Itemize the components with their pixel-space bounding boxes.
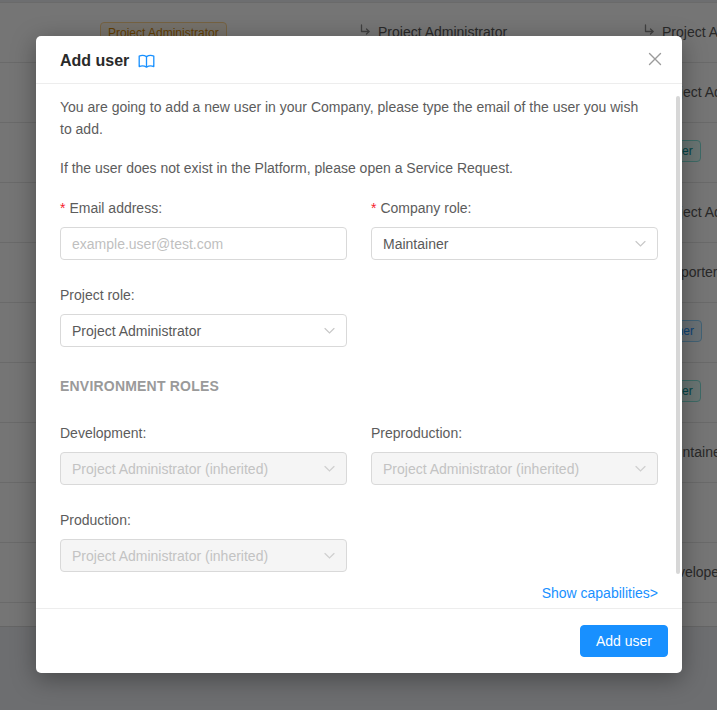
link-row: Show capabilities> bbox=[60, 584, 658, 602]
email-field-block: *Email address: bbox=[60, 201, 347, 260]
company-role-label: *Company role: bbox=[371, 201, 658, 216]
preproduction-select: Project Administrator (inherited) bbox=[371, 452, 658, 485]
modal-footer: Add user bbox=[36, 608, 682, 673]
chevron-down-icon bbox=[635, 240, 646, 247]
open-book-icon[interactable] bbox=[138, 54, 155, 69]
chevron-down-icon bbox=[635, 465, 646, 472]
add-user-modal: Add user You are going to add a new user… bbox=[36, 36, 682, 673]
development-value: Project Administrator (inherited) bbox=[61, 461, 292, 477]
project-role-label: Project role: bbox=[60, 288, 347, 303]
show-capabilities-link[interactable]: Show capabilities> bbox=[542, 585, 658, 601]
modal-scrollbar[interactable] bbox=[676, 96, 680, 574]
form-row-2: Project role: Project Administrator bbox=[60, 288, 658, 347]
email-input-wrap bbox=[60, 227, 347, 260]
intro-text-2: If the user does not exist in the Platfo… bbox=[60, 157, 646, 179]
company-role-field-block: *Company role: Maintainer bbox=[371, 201, 658, 260]
required-mark: * bbox=[60, 200, 65, 216]
company-role-select[interactable]: Maintainer bbox=[371, 227, 658, 260]
production-field-block: Production: Project Administrator (inher… bbox=[60, 513, 347, 572]
environment-roles-heading: ENVIRONMENT ROLES bbox=[60, 379, 658, 394]
company-role-value: Maintainer bbox=[372, 236, 472, 252]
add-user-button[interactable]: Add user bbox=[580, 625, 668, 657]
email-label: *Email address: bbox=[60, 201, 347, 216]
chevron-down-icon bbox=[324, 552, 335, 559]
form-row-3: Development: Project Administrator (inhe… bbox=[60, 426, 658, 485]
development-label: Development: bbox=[60, 426, 347, 441]
form-row-4: Production: Project Administrator (inher… bbox=[60, 513, 658, 572]
modal-title: Add user bbox=[60, 50, 155, 72]
required-mark: * bbox=[371, 200, 376, 216]
chevron-down-icon bbox=[324, 465, 335, 472]
modal-title-text: Add user bbox=[60, 50, 129, 72]
preproduction-field-block: Preproduction: Project Administrator (in… bbox=[371, 426, 658, 485]
intro-text-1: You are going to add a new user in your … bbox=[60, 96, 646, 140]
production-label: Production: bbox=[60, 513, 347, 528]
preproduction-label: Preproduction: bbox=[371, 426, 658, 441]
form-row-1: *Email address: *Company role: Maintaine… bbox=[60, 201, 658, 260]
close-icon[interactable] bbox=[647, 51, 663, 67]
chevron-down-icon bbox=[324, 327, 335, 334]
project-role-value: Project Administrator bbox=[61, 323, 225, 339]
email-input[interactable] bbox=[61, 228, 346, 259]
screen: Project AdministratorProject Administrat… bbox=[0, 0, 717, 710]
production-value: Project Administrator (inherited) bbox=[61, 548, 292, 564]
project-role-field-block: Project role: Project Administrator bbox=[60, 288, 347, 347]
modal-header: Add user bbox=[36, 36, 682, 84]
development-select: Project Administrator (inherited) bbox=[60, 452, 347, 485]
preproduction-value: Project Administrator (inherited) bbox=[372, 461, 603, 477]
modal-body: You are going to add a new user in your … bbox=[36, 84, 682, 608]
development-field-block: Development: Project Administrator (inhe… bbox=[60, 426, 347, 485]
project-role-select[interactable]: Project Administrator bbox=[60, 314, 347, 347]
production-select: Project Administrator (inherited) bbox=[60, 539, 347, 572]
